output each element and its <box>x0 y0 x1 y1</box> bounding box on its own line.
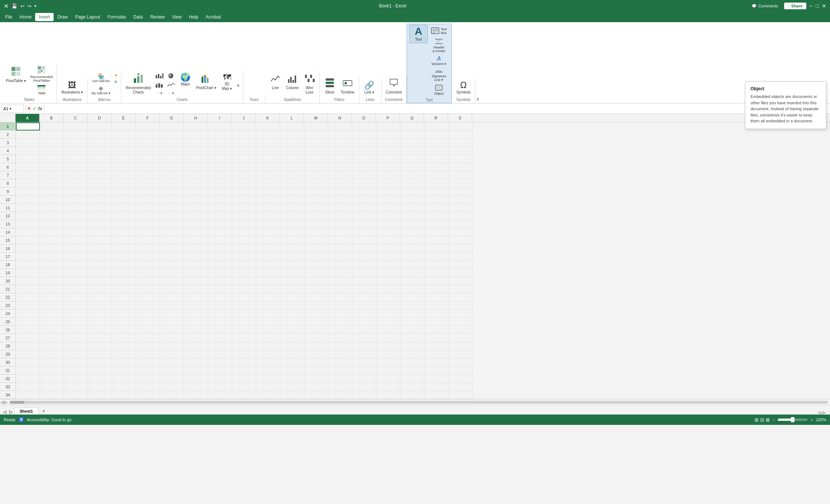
cell-row14-col1[interactable] <box>40 228 64 236</box>
cell-row3-col17[interactable] <box>424 139 448 147</box>
cell-row8-col15[interactable] <box>376 179 400 187</box>
cell-row30-col2[interactable] <box>64 358 88 366</box>
minimize-button[interactable]: ─ <box>809 3 813 9</box>
cell-row10-col8[interactable] <box>208 196 232 204</box>
cell-row17-col5[interactable] <box>136 253 160 261</box>
cell-row32-col13[interactable] <box>328 375 352 383</box>
cell-row29-col0[interactable] <box>16 350 40 358</box>
cell-row34-col7[interactable] <box>184 391 208 399</box>
cell-row2-col12[interactable] <box>304 131 328 139</box>
cell-row31-col0[interactable] <box>16 366 40 375</box>
cell-row33-col1[interactable] <box>40 383 64 391</box>
cell-row30-col9[interactable] <box>232 358 256 366</box>
cell-row34-col8[interactable] <box>208 391 232 399</box>
cell-row2-col11[interactable] <box>280 131 304 139</box>
formula-input[interactable] <box>46 106 829 111</box>
cell-row12-col5[interactable] <box>136 212 160 220</box>
addins-extra1[interactable]: ◆ <box>113 72 119 78</box>
cell-row11-col3[interactable] <box>88 204 112 212</box>
cell-row4-col12[interactable] <box>304 147 328 155</box>
cell-row20-col3[interactable] <box>88 277 112 285</box>
cell-row12-col15[interactable] <box>376 212 400 220</box>
cell-row5-col2[interactable] <box>64 155 88 163</box>
cell-row30-col8[interactable] <box>208 358 232 366</box>
cell-row25-col18[interactable] <box>448 318 472 326</box>
cell-row32-col15[interactable] <box>376 375 400 383</box>
maximize-button[interactable]: □ <box>816 3 819 9</box>
cell-row11-col0[interactable] <box>16 204 40 212</box>
cell-row8-col13[interactable] <box>328 179 352 187</box>
cell-row7-col16[interactable] <box>400 171 424 179</box>
cell-row24-col7[interactable] <box>184 309 208 318</box>
share-button[interactable]: ↑ Share <box>784 3 806 9</box>
cell-row27-col17[interactable] <box>424 334 448 342</box>
cell-row22-col4[interactable] <box>112 293 136 301</box>
row-7[interactable]: 7 <box>0 171 16 179</box>
pivot-chart-button[interactable]: PivotChart ▾ <box>194 72 218 92</box>
cell-row7-col3[interactable] <box>88 171 112 179</box>
cell-row7-col7[interactable] <box>184 171 208 179</box>
cell-row10-col17[interactable] <box>424 196 448 204</box>
row-28[interactable]: 28 <box>0 342 16 350</box>
cell-row7-col1[interactable] <box>40 171 64 179</box>
cell-S1[interactable] <box>448 122 472 131</box>
cell-row31-col13[interactable] <box>328 366 352 375</box>
cell-row8-col2[interactable] <box>64 179 88 187</box>
cell-row10-col9[interactable] <box>232 196 256 204</box>
cell-row23-col1[interactable] <box>40 301 64 309</box>
cell-row3-col7[interactable] <box>184 139 208 147</box>
cell-row13-col12[interactable] <box>304 220 328 228</box>
cell-row2-col15[interactable] <box>376 131 400 139</box>
cell-row26-col11[interactable] <box>280 326 304 334</box>
col-B[interactable]: B <box>40 114 64 122</box>
cell-H1[interactable] <box>184 122 208 131</box>
cell-row23-col5[interactable] <box>136 301 160 309</box>
cell-row24-col17[interactable] <box>424 309 448 318</box>
cell-row10-col6[interactable] <box>160 196 184 204</box>
cell-row20-col6[interactable] <box>160 277 184 285</box>
cell-row19-col10[interactable] <box>256 269 280 277</box>
cell-row18-col10[interactable] <box>256 261 280 269</box>
cell-row21-col9[interactable] <box>232 285 256 293</box>
cell-row6-col8[interactable] <box>208 163 232 171</box>
row-14[interactable]: 14 <box>0 228 16 236</box>
cell-row33-col16[interactable] <box>400 383 424 391</box>
cell-row33-col8[interactable] <box>208 383 232 391</box>
row-13[interactable]: 13 <box>0 220 16 228</box>
cell-row27-col18[interactable] <box>448 334 472 342</box>
cell-row33-col13[interactable] <box>328 383 352 391</box>
cell-row28-col17[interactable] <box>424 342 448 350</box>
cell-row4-col9[interactable] <box>232 147 256 155</box>
cell-row22-col17[interactable] <box>424 293 448 301</box>
cell-row5-col16[interactable] <box>400 155 424 163</box>
cell-row32-col7[interactable] <box>184 375 208 383</box>
cell-row34-col1[interactable] <box>40 391 64 399</box>
cell-row31-col5[interactable] <box>136 366 160 375</box>
cell-row14-col17[interactable] <box>424 228 448 236</box>
cell-row23-col6[interactable] <box>160 301 184 309</box>
cell-row30-col1[interactable] <box>40 358 64 366</box>
get-addins-button[interactable]: 🏪 Get Add-ins <box>90 72 112 84</box>
wordart-button[interactable]: A WordArt ▾ <box>428 54 450 67</box>
cell-row30-col18[interactable] <box>448 358 472 366</box>
row-5[interactable]: 5 <box>0 155 16 163</box>
cell-row18-col17[interactable] <box>424 261 448 269</box>
cell-row9-col17[interactable] <box>424 187 448 196</box>
cell-row32-col0[interactable] <box>16 375 40 383</box>
cell-row25-col4[interactable] <box>112 318 136 326</box>
cell-row30-col15[interactable] <box>376 358 400 366</box>
cell-row28-col15[interactable] <box>376 342 400 350</box>
row-9[interactable]: 9 <box>0 187 16 196</box>
cell-row11-col1[interactable] <box>40 204 64 212</box>
cell-row24-col15[interactable] <box>376 309 400 318</box>
cell-row33-col9[interactable] <box>232 383 256 391</box>
cell-B1[interactable] <box>40 122 64 131</box>
row-21[interactable]: 21 <box>0 285 16 293</box>
cell-row5-col15[interactable] <box>376 155 400 163</box>
maps-button[interactable]: 🌍 Maps <box>177 72 193 88</box>
cell-row29-col7[interactable] <box>184 350 208 358</box>
cell-row13-col5[interactable] <box>136 220 160 228</box>
cell-row28-col14[interactable] <box>352 342 376 350</box>
cell-row6-col4[interactable] <box>112 163 136 171</box>
cell-row31-col18[interactable] <box>448 366 472 375</box>
